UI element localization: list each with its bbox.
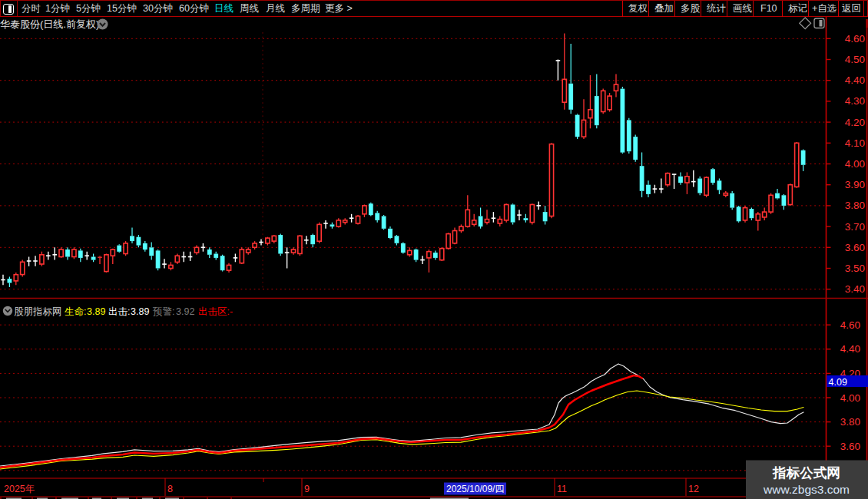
svg-text:3.60: 3.60 [840, 441, 860, 452]
svg-text:3.92: 3.92 [176, 306, 194, 317]
svg-text:3.89: 3.89 [87, 306, 105, 317]
svg-text:4.00: 4.00 [840, 392, 860, 404]
svg-text:3.40: 3.40 [845, 283, 865, 295]
svg-text:8: 8 [167, 484, 173, 494]
svg-text:www.zbgs3.com: www.zbgs3.com [763, 483, 850, 496]
svg-text:3.80: 3.80 [840, 416, 860, 428]
svg-text:出击:: 出击: [108, 306, 130, 317]
svg-text:出击区:: 出击区: [198, 306, 230, 317]
svg-text:预警:: 预警: [152, 306, 174, 317]
svg-text:4.09: 4.09 [829, 377, 847, 388]
svg-text:4.60: 4.60 [845, 33, 865, 45]
svg-text:-: - [230, 306, 233, 317]
svg-text:4.20: 4.20 [845, 117, 865, 128]
svg-text:3.80: 3.80 [845, 200, 865, 211]
svg-text:12: 12 [688, 484, 699, 494]
svg-text:4.40: 4.40 [840, 343, 860, 355]
svg-text:2025年: 2025年 [4, 484, 35, 494]
svg-text:4.00: 4.00 [845, 158, 865, 170]
svg-text:3.60: 3.60 [845, 242, 865, 253]
svg-text:11: 11 [557, 484, 567, 494]
svg-text:生命:: 生命: [65, 306, 86, 317]
svg-text:3.90: 3.90 [845, 179, 865, 190]
svg-text:4.40: 4.40 [845, 74, 865, 86]
svg-text:4.50: 4.50 [845, 54, 865, 65]
svg-text:4.30: 4.30 [845, 95, 865, 107]
svg-text:3.89: 3.89 [131, 306, 149, 317]
svg-text:3.70: 3.70 [845, 221, 865, 233]
svg-text:9: 9 [304, 484, 310, 494]
svg-text:指标公式网: 指标公式网 [772, 465, 840, 481]
svg-text:4.10: 4.10 [845, 137, 865, 149]
svg-text:股朋指标网: 股朋指标网 [14, 306, 62, 317]
svg-text:4.60: 4.60 [840, 319, 860, 331]
svg-text:2025/10/09/四: 2025/10/09/四 [446, 484, 504, 494]
svg-text:3.50: 3.50 [845, 263, 865, 274]
